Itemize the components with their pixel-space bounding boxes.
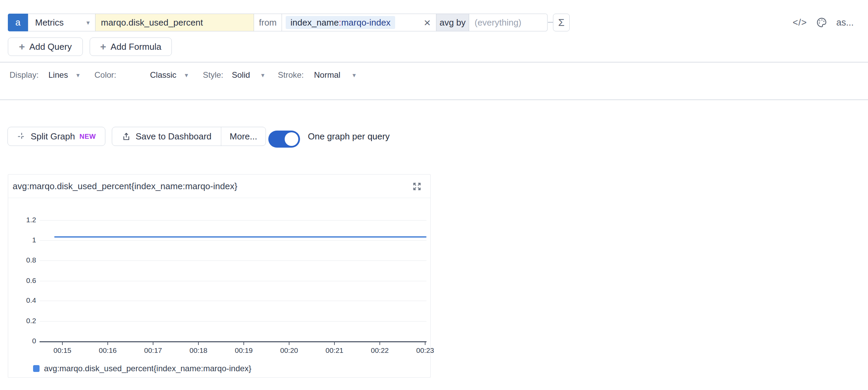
gridline [40,260,426,261]
x-tick [425,342,425,345]
x-tick-label: 00:16 [94,346,121,355]
x-axis-line [40,341,426,342]
x-tick [289,342,289,345]
x-tick-label: 00:15 [49,346,76,355]
from-label: from [254,14,282,31]
gridline [40,321,426,321]
filter-input[interactable]: index_name:marqo-index × [282,14,436,31]
section-divider [0,62,868,63]
filter-tag[interactable]: index_name:marqo-index [286,16,395,29]
clear-filter-icon[interactable]: × [424,14,431,31]
x-tick [379,342,380,345]
display-select[interactable]: Lines [48,67,68,83]
display-label: Display: [10,67,39,83]
stroke-select[interactable]: Normal [314,67,340,83]
y-tick-label: 1 [15,236,36,244]
as-function-link[interactable]: as... [836,17,854,28]
legend-label: avg:marqo.disk_used_percent{index_name:m… [44,364,251,373]
chevron-down-icon: ▾ [86,19,90,26]
display-options-row: Display: Lines ▾ Color: Classic ▾ Style:… [0,67,409,83]
section-divider [0,99,868,100]
more-button[interactable]: More... [221,127,266,146]
chevron-down-icon[interactable]: ▾ [185,67,188,83]
x-tick [334,342,335,345]
one-graph-per-query-label: One graph per query [308,127,390,146]
query-header-actions: </> as... [793,14,854,31]
metrics-explorer-page: a Metrics ▾ marqo.disk_used_percent from… [0,0,868,390]
color-label: Color: [94,67,116,83]
x-tick [198,342,199,345]
x-tick-label: 00:19 [230,346,257,355]
x-tick-label: 00:22 [366,346,393,355]
x-tick-label: 00:20 [275,346,303,355]
source-select[interactable]: Metrics ▾ [28,14,95,31]
x-tick-label: 00:17 [139,346,167,355]
palette-icon[interactable] [816,17,827,28]
filter-tag-separator: : [339,17,341,28]
sigma-function-button[interactable]: Σ [553,14,570,31]
x-tick-label: 00:23 [411,346,439,355]
color-palette-swatch[interactable] [128,67,145,83]
filter-tag-key: index_name [290,17,339,28]
group-by-input[interactable]: (everything) [469,14,548,31]
y-tick-label: 1.2 [15,216,36,224]
chevron-down-icon[interactable]: ▾ [353,67,356,83]
split-graph-label: Split Graph [31,131,75,142]
split-graph-button[interactable]: Split Graph NEW [8,127,105,146]
x-tick-label: 00:21 [321,346,348,355]
metric-input-value: marqo.disk_used_percent [101,17,203,28]
stroke-label: Stroke: [278,67,304,83]
chevron-down-icon[interactable]: ▾ [261,67,265,83]
chart-title: avg:marqo.disk_used_percent{index_name:m… [13,181,237,192]
plus-icon: + [19,42,25,52]
aggregator-select[interactable]: avg by [436,14,469,31]
series-line [54,236,426,238]
save-to-dashboard-button[interactable]: Save to Dashboard [112,127,221,146]
y-tick-label: 0 [15,337,36,345]
add-query-label: Add Query [29,42,72,52]
plus-icon: + [100,42,106,52]
split-graph-icon [17,132,26,141]
y-tick-label: 0.2 [15,317,36,325]
style-select[interactable]: Solid [232,67,250,83]
toggle-knob [285,132,298,146]
gridline [40,301,426,301]
y-tick-label: 0.6 [15,276,36,285]
add-query-button[interactable]: + Add Query [8,38,83,56]
y-tick-label: 0.4 [15,296,36,304]
query-bar: a Metrics ▾ marqo.disk_used_percent from… [8,14,548,31]
y-tick-label: 0.8 [15,256,36,264]
save-to-dashboard-label: Save to Dashboard [136,131,212,142]
x-tick [243,342,244,345]
chevron-down-icon[interactable]: ▾ [76,67,80,83]
gridline [40,220,426,221]
x-tick [62,342,63,345]
color-select[interactable]: Classic [150,67,176,83]
source-select-value: Metrics [35,17,64,28]
code-view-icon[interactable]: </> [793,17,807,28]
x-tick [107,342,108,345]
add-formula-label: Add Formula [110,42,161,52]
style-label: Style: [203,67,223,83]
gridline [40,240,426,241]
sigma-connector [548,22,553,23]
expand-icon[interactable] [412,182,422,191]
x-tick [153,342,153,345]
add-formula-button[interactable]: + Add Formula [90,38,172,56]
chart-header: avg:marqo.disk_used_percent{index_name:m… [8,175,430,198]
one-graph-per-query-toggle[interactable] [268,131,300,148]
save-more-button-group: Save to Dashboard More... [112,127,266,146]
gridline [40,281,426,281]
legend-swatch [33,365,40,372]
metric-input[interactable]: marqo.disk_used_percent [95,14,254,31]
chart-card: avg:marqo.disk_used_percent{index_name:m… [8,174,431,378]
upload-icon [122,132,131,141]
query-letter-badge[interactable]: a [8,14,28,31]
legend-item[interactable]: avg:marqo.disk_used_percent{index_name:m… [33,363,251,374]
group-by-placeholder: (everything) [475,17,521,28]
x-tick-label: 00:18 [185,346,212,355]
new-badge: NEW [79,133,96,140]
filter-tag-value: marqo-index [341,17,391,28]
